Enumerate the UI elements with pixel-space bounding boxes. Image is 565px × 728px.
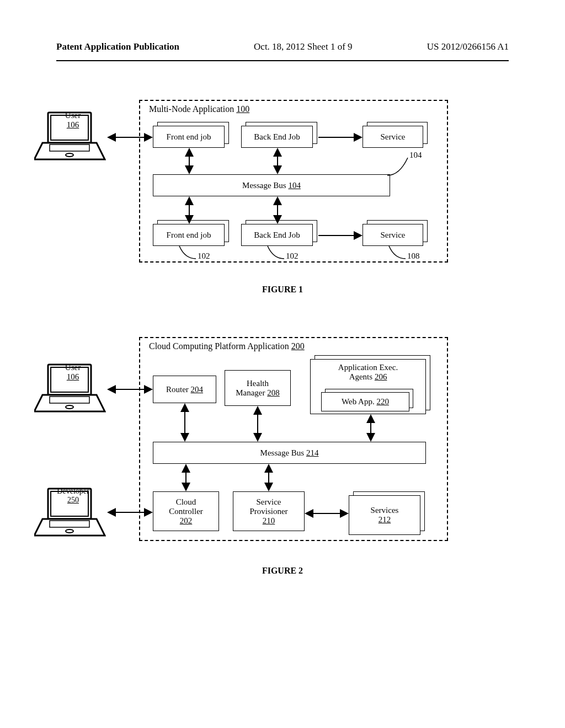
arrow-front-bot-msgbus bbox=[184, 196, 195, 224]
cloud-platform-title-text: Cloud Computing Platform Application bbox=[149, 341, 291, 351]
front-end-job-bot: Front end job bbox=[153, 224, 225, 246]
service-bot: Service bbox=[363, 224, 423, 246]
msgbus2-label: Message Bus bbox=[260, 448, 306, 457]
message-bus-ref: 104 bbox=[288, 181, 301, 190]
multi-node-title-text: Multi-Node Application bbox=[149, 104, 236, 114]
back-end-job-top-label: Back End Job bbox=[254, 132, 300, 142]
arrow-exec-msgbus bbox=[365, 414, 376, 442]
front-end-job-top: Front end job bbox=[153, 126, 225, 148]
cloud-controller-box: Cloud Controller 202 bbox=[153, 491, 219, 531]
front-end-job-bot-label: Front end job bbox=[167, 231, 211, 240]
router-ref: 204 bbox=[191, 385, 204, 394]
header-left: Patent Application Publication bbox=[56, 41, 179, 52]
webapp-label: Web App. bbox=[342, 397, 376, 406]
arrow-back-top-service-top bbox=[318, 132, 363, 143]
arrow-router-msgbus bbox=[179, 403, 190, 442]
router-box: Router 204 bbox=[153, 376, 216, 403]
user2-label-text: User bbox=[54, 363, 92, 372]
message-bus-label: Message Bus bbox=[242, 181, 288, 190]
arrow-svcprov-services bbox=[305, 508, 349, 519]
user2-ref: 106 bbox=[54, 372, 92, 382]
callout-102a bbox=[177, 245, 199, 264]
header-rule bbox=[56, 60, 509, 61]
ref-102a: 102 bbox=[198, 251, 210, 261]
arrow-user-front bbox=[107, 132, 153, 143]
multi-node-title: Multi-Node Application 100 bbox=[149, 104, 249, 114]
health-ref: 208 bbox=[267, 388, 280, 397]
header-right: US 2012/0266156 A1 bbox=[427, 41, 509, 52]
health-b: Manager bbox=[236, 388, 267, 397]
figure2-caption: FIGURE 2 bbox=[56, 566, 509, 576]
arrow-user-router bbox=[107, 384, 153, 395]
service-bot-label: Service bbox=[381, 231, 406, 240]
developer-label-text: Developer bbox=[50, 487, 97, 496]
web-app-box: Web App. 220 bbox=[321, 392, 409, 411]
cloud-b: Controller bbox=[169, 507, 203, 516]
user-label-text: User bbox=[54, 111, 92, 120]
health-manager-box: Health Manager 208 bbox=[225, 370, 291, 406]
ref-108: 108 bbox=[407, 251, 420, 261]
arrow-msgbus-svcprov bbox=[263, 464, 274, 491]
figure1-caption: FIGURE 1 bbox=[56, 285, 509, 295]
svcprov-ref: 210 bbox=[263, 516, 275, 526]
header-middle: Oct. 18, 2012 Sheet 1 of 9 bbox=[254, 41, 352, 52]
arrow-back-bot-msgbus bbox=[272, 196, 283, 224]
exec-ref: 206 bbox=[375, 372, 387, 381]
multi-node-title-ref: 100 bbox=[236, 104, 249, 114]
back-end-job-bot: Back End Job bbox=[241, 224, 313, 246]
cloud-ref: 202 bbox=[180, 516, 193, 526]
service-provisioner-box: Service Provisioner 210 bbox=[233, 491, 305, 531]
arrow-msgbus-cloud bbox=[180, 464, 191, 491]
cloud-platform-title: Cloud Computing Platform Application 200 bbox=[149, 341, 305, 351]
user2-label: User 106 bbox=[54, 363, 92, 382]
back-end-job-top: Back End Job bbox=[241, 126, 313, 148]
services-ref: 212 bbox=[379, 515, 391, 524]
svcprov-b: Provisioner bbox=[249, 507, 287, 516]
msgbus2-ref: 214 bbox=[306, 448, 319, 457]
arrow-health-msgbus bbox=[252, 406, 263, 442]
ref-104: 104 bbox=[409, 151, 422, 160]
message-bus: Message Bus 104 bbox=[153, 174, 390, 196]
arrow-dev-cloud bbox=[107, 507, 153, 518]
cloud-platform-title-ref: 200 bbox=[291, 341, 305, 351]
callout-102b bbox=[265, 245, 287, 264]
router-label: Router bbox=[166, 385, 191, 394]
developer-ref: 250 bbox=[50, 496, 97, 505]
svcprov-a: Service bbox=[257, 497, 281, 507]
exec-a: Application Exec. bbox=[338, 363, 398, 372]
arrow-back-top-msgbus bbox=[272, 148, 283, 174]
user-label: User 106 bbox=[54, 111, 92, 130]
service-top-label: Service bbox=[381, 132, 406, 142]
front-end-job-top-label: Front end job bbox=[167, 132, 211, 142]
webapp-ref: 220 bbox=[376, 397, 389, 406]
exec-b: Agents bbox=[349, 372, 375, 381]
services-box: Services 212 bbox=[349, 495, 420, 535]
callout-108 bbox=[386, 245, 408, 264]
services-label: Services bbox=[371, 506, 399, 515]
ref-102b: 102 bbox=[286, 251, 299, 261]
service-top: Service bbox=[363, 126, 423, 148]
user-ref: 106 bbox=[54, 120, 92, 130]
arrow-front-top-msgbus bbox=[184, 148, 195, 174]
cloud-a: Cloud bbox=[176, 497, 196, 507]
health-a: Health bbox=[247, 379, 269, 388]
message-bus-2: Message Bus 214 bbox=[153, 442, 426, 464]
back-end-job-bot-label: Back End Job bbox=[254, 231, 300, 240]
developer-label: Developer 250 bbox=[50, 487, 97, 505]
arrow-back-bot-service-bot bbox=[318, 230, 363, 241]
